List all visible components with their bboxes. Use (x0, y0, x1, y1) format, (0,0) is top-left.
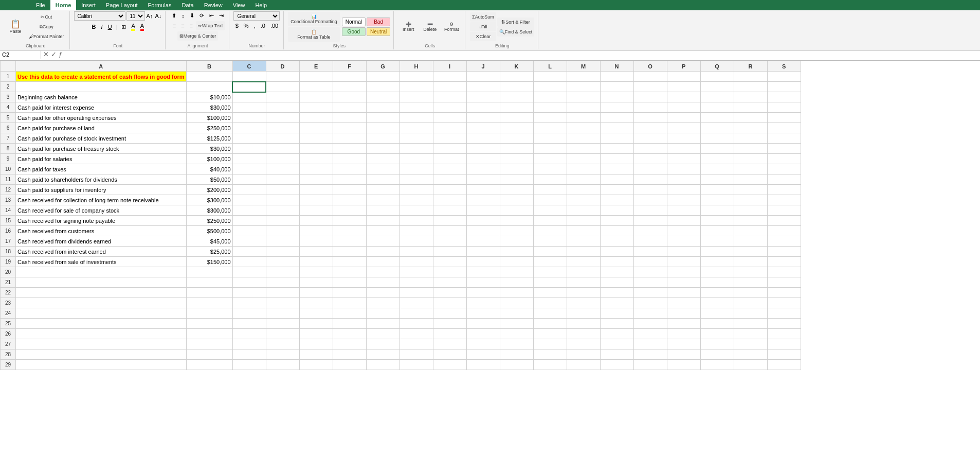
cell-g14[interactable] (366, 205, 400, 216)
font-size-select[interactable]: 11 (126, 11, 145, 21)
cell-h17[interactable] (400, 236, 433, 247)
cell-p21[interactable] (667, 277, 700, 288)
cell-n11[interactable] (600, 174, 633, 185)
cell-e19[interactable] (299, 257, 333, 267)
cell-f17[interactable] (333, 236, 366, 247)
cell-s11[interactable] (767, 174, 801, 185)
cell-a19[interactable]: Cash received from sale of investments (16, 257, 187, 267)
cell-r1[interactable] (734, 72, 767, 82)
row-header[interactable]: 11 (1, 174, 16, 185)
row-header[interactable]: 6 (1, 123, 16, 133)
cell-q25[interactable] (700, 319, 734, 329)
col-header-c[interactable]: C (232, 61, 266, 72)
cell-e4[interactable] (299, 102, 333, 113)
cell-h20[interactable] (400, 267, 433, 277)
cell-i5[interactable] (433, 113, 466, 123)
cell-m11[interactable] (567, 174, 600, 185)
cut-button[interactable]: ✂ Cut (27, 12, 66, 22)
cell-c8[interactable] (232, 144, 266, 154)
cell-c9[interactable] (232, 154, 266, 164)
cell-b1[interactable] (186, 72, 232, 82)
row-header[interactable]: 1 (1, 72, 16, 82)
cell-l2[interactable] (533, 82, 567, 92)
cell-h15[interactable] (400, 216, 433, 226)
cell-s18[interactable] (767, 247, 801, 257)
cell-k22[interactable] (500, 288, 533, 298)
font-name-select[interactable]: Calibri (74, 11, 125, 21)
cell-k7[interactable] (500, 133, 533, 144)
cell-p9[interactable] (667, 154, 700, 164)
cell-l19[interactable] (533, 257, 567, 267)
cell-b17[interactable]: $45,000 (186, 236, 232, 247)
cell-s22[interactable] (767, 288, 801, 298)
cell-a3[interactable]: Beginning cash balance (16, 92, 187, 102)
row-header[interactable]: 20 (1, 267, 16, 277)
cell-l28[interactable] (533, 349, 567, 360)
row-header[interactable]: 28 (1, 349, 16, 360)
cell-n27[interactable] (600, 339, 633, 349)
cell-d6[interactable] (266, 123, 299, 133)
cell-h14[interactable] (400, 205, 433, 216)
cell-e12[interactable] (299, 185, 333, 195)
cell-c16[interactable] (232, 226, 266, 236)
cell-s12[interactable] (767, 185, 801, 195)
cell-d20[interactable] (266, 267, 299, 277)
cell-r28[interactable] (734, 349, 767, 360)
cell-a9[interactable]: Cash paid for salaries (16, 154, 187, 164)
cell-f13[interactable] (333, 195, 366, 205)
name-box-input[interactable] (2, 51, 39, 58)
cell-f27[interactable] (333, 339, 366, 349)
align-right-button[interactable]: ≡ (188, 22, 195, 30)
cell-g24[interactable] (366, 308, 400, 319)
col-header-j[interactable]: J (466, 61, 500, 72)
cell-d16[interactable] (266, 226, 299, 236)
cell-s16[interactable] (767, 226, 801, 236)
col-header-n[interactable]: N (600, 61, 633, 72)
cell-f11[interactable] (333, 174, 366, 185)
cell-c19[interactable] (232, 257, 266, 267)
cell-s17[interactable] (767, 236, 801, 247)
cell-n8[interactable] (600, 144, 633, 154)
cell-e25[interactable] (299, 319, 333, 329)
cell-a11[interactable]: Cash paid to shareholders for dividends (16, 174, 187, 185)
underline-button[interactable]: U (106, 23, 114, 31)
cell-q15[interactable] (700, 216, 734, 226)
cell-o11[interactable] (633, 174, 667, 185)
cell-c6[interactable] (232, 123, 266, 133)
percent-button[interactable]: % (242, 22, 251, 30)
cell-b20[interactable] (186, 267, 232, 277)
cell-q28[interactable] (700, 349, 734, 360)
cell-o12[interactable] (633, 185, 667, 195)
format-as-table-button[interactable]: 📋 Format as Table (288, 27, 340, 42)
cell-m21[interactable] (567, 277, 600, 288)
cell-b9[interactable]: $100,000 (186, 154, 232, 164)
cell-b26[interactable] (186, 329, 232, 339)
cell-d2[interactable] (266, 82, 299, 92)
row-header[interactable]: 12 (1, 185, 16, 195)
cell-m2[interactable] (567, 82, 600, 92)
cell-p18[interactable] (667, 247, 700, 257)
tab-page-layout[interactable]: Page Layout (101, 0, 143, 10)
col-header-o[interactable]: O (633, 61, 667, 72)
cell-q18[interactable] (700, 247, 734, 257)
cell-i4[interactable] (433, 102, 466, 113)
format-painter-button[interactable]: 🖌 Format Painter (27, 32, 66, 41)
cell-f24[interactable] (333, 308, 366, 319)
cell-p17[interactable] (667, 236, 700, 247)
cell-a7[interactable]: Cash paid for purchase of stock investme… (16, 133, 187, 144)
cell-d18[interactable] (266, 247, 299, 257)
cell-l7[interactable] (533, 133, 567, 144)
cell-h16[interactable] (400, 226, 433, 236)
cell-d27[interactable] (266, 339, 299, 349)
cell-i25[interactable] (433, 319, 466, 329)
cell-s7[interactable] (767, 133, 801, 144)
cell-k6[interactable] (500, 123, 533, 133)
cell-o7[interactable] (633, 133, 667, 144)
row-header[interactable]: 10 (1, 164, 16, 174)
col-header-a[interactable]: A (16, 61, 187, 72)
cell-g17[interactable] (366, 236, 400, 247)
cell-n7[interactable] (600, 133, 633, 144)
cell-p5[interactable] (667, 113, 700, 123)
cell-q12[interactable] (700, 185, 734, 195)
cell-p12[interactable] (667, 185, 700, 195)
